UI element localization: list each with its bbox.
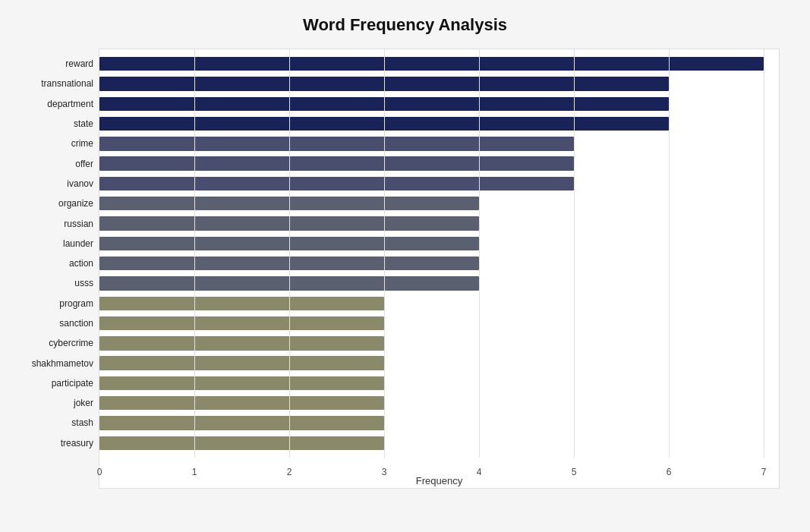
bar-row: program	[99, 294, 764, 313]
bar-label: transnational	[2, 78, 93, 89]
x-tick-label: 7	[761, 467, 767, 477]
x-axis-label: Frequency	[416, 475, 462, 486]
bar-row: stash	[99, 413, 764, 433]
bar-label: ivanov	[2, 178, 93, 189]
x-tick-label: 1	[192, 467, 197, 477]
bar-row: organize	[99, 194, 764, 213]
grid-line	[479, 49, 480, 458]
bar-row: shakhmametov	[99, 353, 764, 373]
bar-fill	[99, 336, 384, 350]
bar-label: shakhmametov	[2, 358, 93, 369]
bar-row: usss	[99, 273, 764, 293]
bar-fill	[99, 137, 574, 150]
bar-label: offer	[2, 159, 93, 169]
bar-row: participate	[99, 373, 764, 393]
chart-area: rewardtransnationaldepartmentstatecrimeo…	[99, 49, 780, 489]
bar-label: stash	[2, 417, 93, 428]
bar-row: cybercrime	[99, 333, 764, 353]
bar-label: sanction	[2, 318, 93, 329]
x-tick-label: 6	[667, 467, 672, 477]
bar-fill	[99, 436, 384, 450]
bar-label: russian	[2, 219, 93, 229]
bar-row: joker	[99, 393, 764, 413]
grid-line	[194, 49, 195, 458]
x-tick-label: 5	[572, 467, 577, 477]
bar-label: participate	[2, 378, 93, 389]
bar-label: reward	[2, 58, 93, 69]
bar-row: sanction	[99, 313, 764, 333]
bar-label: cybercrime	[2, 338, 93, 348]
bar-label: program	[2, 298, 93, 309]
bar-label: joker	[2, 398, 93, 408]
x-tick-label: 2	[287, 467, 292, 477]
bar-row: offer	[99, 153, 764, 173]
chart-container: Word Frequency Analysis rewardtransnatio…	[0, 0, 810, 532]
bar-label: state	[2, 118, 93, 129]
bar-row: ivanov	[99, 174, 764, 194]
bar-fill	[99, 177, 574, 190]
bar-fill	[99, 396, 384, 410]
bar-row: reward	[99, 54, 764, 74]
bar-label: action	[2, 258, 93, 269]
bar-label: usss	[2, 278, 93, 288]
bar-row: department	[99, 94, 764, 114]
grid-line	[574, 49, 575, 458]
bar-fill	[99, 156, 574, 170]
bar-row: treasury	[99, 433, 764, 453]
chart-title: Word Frequency Analysis	[30, 15, 780, 35]
bar-fill	[99, 356, 384, 370]
bar-row: action	[99, 253, 764, 273]
bar-fill	[99, 316, 384, 330]
bar-label: launder	[2, 238, 93, 249]
bars-wrapper: rewardtransnationaldepartmentstatecrimeo…	[99, 49, 779, 458]
grid-line	[764, 49, 764, 458]
bar-row: crime	[99, 134, 764, 153]
x-tick-label: 4	[477, 467, 482, 477]
grid-line	[669, 49, 670, 458]
bar-label: department	[2, 99, 93, 109]
bar-fill	[99, 416, 384, 430]
bar-label: crime	[2, 138, 93, 149]
bar-label: treasury	[2, 438, 93, 449]
bar-row: state	[99, 114, 764, 134]
bar-row: transnational	[99, 74, 764, 93]
x-tick-label: 3	[382, 467, 387, 477]
bar-fill	[99, 376, 384, 390]
bar-fill	[99, 297, 384, 310]
x-tick-label: 0	[97, 467, 102, 477]
bar-row: russian	[99, 213, 764, 233]
bar-fill	[99, 57, 764, 71]
grid-line	[384, 49, 385, 458]
bar-row: launder	[99, 234, 764, 253]
bar-label: organize	[2, 198, 93, 209]
grid-line	[289, 49, 290, 458]
